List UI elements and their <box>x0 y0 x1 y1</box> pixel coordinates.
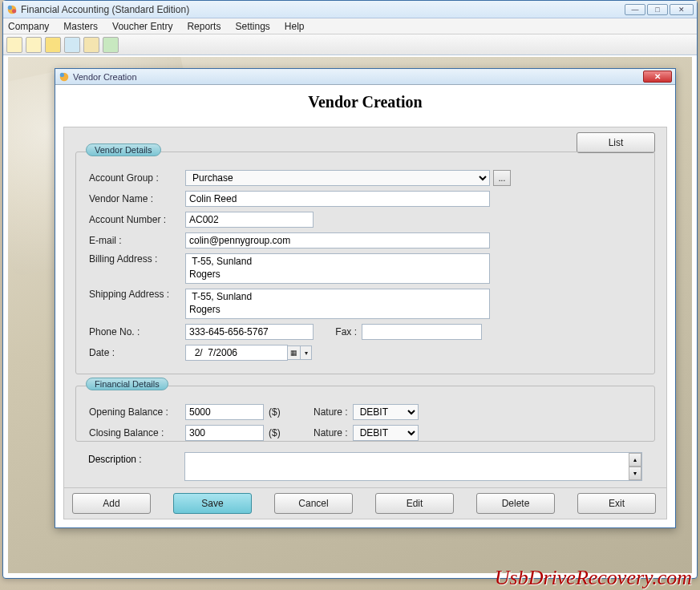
label-billing-address: Billing Address : <box>89 253 185 265</box>
label-vendor-name: Vendor Name : <box>89 193 185 204</box>
svg-point-4 <box>60 72 64 76</box>
vendor-details-legend: Vendor Details <box>86 143 161 156</box>
toolbar-icon-6[interactable] <box>103 37 119 53</box>
shipping-address-input[interactable]: T-55, Sunland Rogers <box>185 289 490 319</box>
nature-close-select[interactable]: DEBIT <box>353 425 419 441</box>
label-email: E-mail : <box>89 235 185 246</box>
description-input[interactable] <box>184 452 642 481</box>
label-closing-balance: Closing Balance : <box>89 427 185 438</box>
dialog-close-button[interactable]: ✕ <box>643 71 672 83</box>
save-button[interactable]: Save <box>173 493 252 514</box>
date-dropdown-icon[interactable]: ▾ <box>301 346 312 360</box>
description-row: Description : ▴ ▾ <box>88 452 642 483</box>
toolbar-icon-1[interactable] <box>6 37 22 53</box>
toolbar-icon-5[interactable] <box>83 37 99 53</box>
close-button[interactable]: ✕ <box>670 4 694 15</box>
button-bar: Add Save Cancel Edit Delete Exit <box>63 487 667 519</box>
menu-company[interactable]: Company <box>8 21 49 32</box>
opening-balance-input[interactable] <box>185 404 264 420</box>
add-button[interactable]: Add <box>72 493 151 514</box>
main-titlebar: Financial Accounting (Standard Edition) … <box>3 1 697 18</box>
scroll-down-icon[interactable]: ▾ <box>629 467 641 480</box>
main-window: Financial Accounting (Standard Edition) … <box>2 0 698 579</box>
svg-point-1 <box>8 5 12 9</box>
dialog-title: Vendor Creation <box>73 72 137 82</box>
dialog-titlebar[interactable]: Vendor Creation ✕ <box>55 69 675 85</box>
currency-open: ($) <box>269 406 281 418</box>
account-number-input[interactable] <box>185 212 314 228</box>
menu-help[interactable]: Help <box>285 21 305 32</box>
label-nature-close: Nature : <box>281 427 353 438</box>
list-button[interactable]: List <box>577 132 655 153</box>
cancel-button[interactable]: Cancel <box>274 493 353 514</box>
currency-close: ($) <box>269 427 281 438</box>
toolbar-icon-2[interactable] <box>26 37 42 53</box>
edit-button[interactable]: Edit <box>375 493 454 514</box>
label-opening-balance: Opening Balance : <box>89 406 185 418</box>
fax-input[interactable] <box>362 324 482 340</box>
label-nature-open: Nature : <box>281 406 353 418</box>
menu-masters[interactable]: Masters <box>63 21 98 32</box>
date-input[interactable] <box>185 345 288 361</box>
svg-point-2 <box>12 9 16 13</box>
nature-open-select[interactable]: DEBIT <box>353 404 419 420</box>
dialog-heading: Vendor Creation <box>55 85 675 116</box>
label-account-group: Account Group : <box>89 172 185 184</box>
vendor-details-group: Vendor Details Account Group : Purchase … <box>75 152 655 374</box>
label-phone: Phone No. : <box>89 326 185 337</box>
label-account-number: Account Number : <box>89 214 185 225</box>
calendar-icon[interactable]: ▦ <box>288 346 301 360</box>
vendor-name-input[interactable] <box>185 191 490 207</box>
minimize-button[interactable]: — <box>625 4 645 15</box>
app-icon <box>6 4 18 15</box>
billing-address-input[interactable]: T-55, Sunland Rogers <box>185 253 490 284</box>
toolbar <box>3 34 697 55</box>
main-window-title: Financial Accounting (Standard Edition) <box>21 4 189 15</box>
phone-input[interactable] <box>185 324 314 340</box>
toolbar-icon-4[interactable] <box>64 37 80 53</box>
financial-details-group: Financial Details Opening Balance : ($) … <box>75 386 655 442</box>
account-group-browse-button[interactable]: ... <box>493 170 511 186</box>
exit-button[interactable]: Exit <box>577 493 656 514</box>
label-description: Description : <box>88 452 184 465</box>
menu-reports[interactable]: Reports <box>187 21 221 32</box>
account-group-select[interactable]: Purchase <box>185 170 490 186</box>
delete-button[interactable]: Delete <box>476 493 555 514</box>
menu-settings[interactable]: Settings <box>235 21 269 32</box>
closing-balance-input[interactable] <box>185 425 264 441</box>
toolbar-icon-3[interactable] <box>45 37 61 53</box>
menubar: Company Masters Voucher Entry Reports Se… <box>3 18 697 34</box>
label-shipping-address: Shipping Address : <box>89 289 185 300</box>
watermark: UsbDriveRecovery.com <box>495 566 692 590</box>
form-panel: List Vendor Details Account Group : Purc… <box>63 127 667 495</box>
label-date: Date : <box>89 347 185 358</box>
scroll-up-icon[interactable]: ▴ <box>629 453 641 467</box>
label-fax: Fax : <box>314 326 362 337</box>
email-input[interactable] <box>185 232 490 249</box>
maximize-button[interactable]: □ <box>647 4 668 15</box>
menu-voucher-entry[interactable]: Voucher Entry <box>112 21 172 32</box>
vendor-creation-dialog: Vendor Creation ✕ Vendor Creation List V… <box>55 68 676 528</box>
dialog-icon <box>59 71 70 83</box>
financial-details-legend: Financial Details <box>86 378 168 390</box>
